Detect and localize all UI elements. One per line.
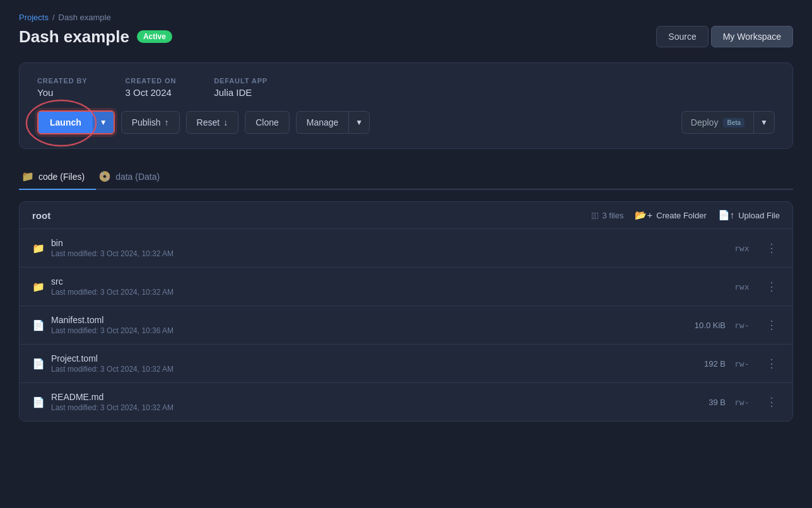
clone-button[interactable]: Clone — [245, 111, 290, 134]
reset-button[interactable]: Reset ↓ — [186, 111, 239, 134]
file-meta: rwx — [688, 282, 757, 292]
file-size: 10.0 KiB — [688, 321, 726, 330]
file-info: Project.toml Last modified: 3 Oct 2024, … — [51, 353, 681, 374]
file-perms: rwx — [734, 282, 757, 292]
workspace-button[interactable]: My Workspace — [711, 26, 793, 47]
breadcrumb: Projects / Dash example — [19, 13, 793, 22]
default-app-field: DEFAULT APP Julia IDE — [214, 77, 268, 98]
file-icon: 📄 — [32, 358, 45, 370]
file-info: README.md Last modified: 3 Oct 2024, 10:… — [51, 392, 681, 412]
file-icon: 📄 — [32, 396, 45, 408]
file-modified: Last modified: 3 Oct 2024, 10:32 AM — [51, 403, 681, 412]
file-info: Manifest.toml Last modified: 3 Oct 2024,… — [51, 315, 681, 335]
files-actions: 👁̸ 3 files 📂+ Create Folder 📄↑ Upload Fi… — [592, 210, 780, 221]
breadcrumb-projects-link[interactable]: Projects — [19, 13, 49, 22]
file-meta: 192 B rw- — [688, 359, 757, 369]
publish-button[interactable]: Publish ↑ — [121, 111, 180, 134]
created-by-field: CREATED BY You — [37, 77, 88, 98]
file-info: src Last modified: 3 Oct 2024, 10:32 AM — [51, 276, 681, 297]
page-header: Dash example Active Source My Workspace — [19, 26, 793, 47]
deploy-button-group: Deploy Beta ▼ — [681, 111, 775, 134]
reset-label: Reset — [197, 117, 220, 127]
file-perms: rw- — [734, 321, 757, 330]
tab-code-label: code (Files) — [38, 172, 85, 182]
files-section: root 👁̸ 3 files 📂+ Create Folder 📄↑ Uplo… — [19, 201, 793, 422]
project-info-card: CREATED BY You CREATED ON 3 Oct 2024 DEF… — [19, 62, 793, 149]
manage-dropdown-button[interactable]: ▼ — [348, 111, 370, 134]
manage-button[interactable]: Manage — [296, 111, 349, 134]
file-menu-button[interactable]: ⋮ — [763, 396, 780, 408]
file-name: src — [51, 276, 681, 286]
upload-file-button[interactable]: 📄↑ Upload File — [718, 210, 780, 221]
reset-icon: ↓ — [223, 117, 228, 127]
file-info: bin Last modified: 3 Oct 2024, 10:32 AM — [51, 238, 681, 258]
deploy-button[interactable]: Deploy Beta — [681, 111, 753, 134]
database-icon: 📀 — [98, 170, 111, 182]
file-modified: Last modified: 3 Oct 2024, 10:32 AM — [51, 365, 681, 374]
table-row: 📁 bin Last modified: 3 Oct 2024, 10:32 A… — [20, 229, 792, 268]
breadcrumb-separator: / — [52, 13, 55, 22]
file-perms: rw- — [734, 398, 757, 407]
file-name: bin — [51, 238, 681, 248]
file-modified: Last modified: 3 Oct 2024, 10:36 AM — [51, 326, 681, 335]
table-row: 📁 src Last modified: 3 Oct 2024, 10:32 A… — [20, 268, 792, 306]
page-title: Dash example — [19, 27, 129, 47]
files-header: root 👁̸ 3 files 📂+ Create Folder 📄↑ Uplo… — [20, 202, 792, 229]
tabs: 📁 code (Files) 📀 data (Data) — [19, 164, 793, 190]
file-perms: rw- — [734, 359, 757, 369]
tab-data[interactable]: 📀 data (Data) — [96, 164, 171, 190]
file-icon: 📄 — [32, 319, 45, 331]
create-folder-icon: 📂+ — [635, 210, 652, 221]
header-actions: Source My Workspace — [656, 26, 793, 47]
file-meta: 39 B rw- — [688, 398, 757, 407]
deploy-dropdown-button[interactable]: ▼ — [753, 111, 775, 134]
default-app-label: DEFAULT APP — [214, 77, 268, 85]
page-title-row: Dash example Active — [19, 27, 172, 47]
file-menu-button[interactable]: ⋮ — [763, 281, 780, 292]
file-menu-button[interactable]: ⋮ — [763, 242, 780, 254]
publish-icon: ↑ — [165, 117, 169, 127]
files-root-label: root — [32, 210, 50, 221]
file-meta: 10.0 KiB rw- — [688, 321, 757, 330]
upload-file-label: Upload File — [738, 211, 780, 220]
table-row: 📄 Manifest.toml Last modified: 3 Oct 202… — [20, 306, 792, 345]
action-buttons: Launch ▼ Publish ↑ Reset ↓ Clone Manage … — [37, 110, 775, 134]
file-size: 192 B — [688, 359, 726, 369]
publish-label: Publish — [132, 117, 161, 127]
created-on-label: CREATED ON — [126, 77, 177, 85]
launch-button-wrapper: Launch ▼ — [37, 110, 115, 134]
folder-icon: 📁 — [21, 170, 34, 182]
source-button[interactable]: Source — [656, 26, 708, 47]
files-count: 👁̸ 3 files — [592, 210, 624, 221]
default-app-value: Julia IDE — [214, 87, 252, 98]
manage-button-group: Manage ▼ — [296, 111, 370, 134]
folder-icon: 📁 — [32, 242, 45, 254]
create-folder-label: Create Folder — [656, 211, 706, 220]
eye-slash-icon: 👁̸ — [592, 210, 599, 221]
file-name: README.md — [51, 392, 681, 402]
created-on-value: 3 Oct 2024 — [126, 87, 172, 98]
file-name: Manifest.toml — [51, 315, 681, 325]
file-name: Project.toml — [51, 353, 681, 363]
launch-dropdown-button[interactable]: ▼ — [93, 112, 114, 133]
file-menu-button[interactable]: ⋮ — [763, 358, 780, 369]
file-modified: Last modified: 3 Oct 2024, 10:32 AM — [51, 288, 681, 297]
table-row: 📄 README.md Last modified: 3 Oct 2024, 1… — [20, 383, 792, 421]
tab-data-label: data (Data) — [115, 172, 160, 182]
file-modified: Last modified: 3 Oct 2024, 10:32 AM — [51, 249, 681, 258]
files-count-label: 3 files — [603, 211, 624, 220]
launch-button[interactable]: Launch — [38, 112, 93, 133]
launch-button-group: Launch ▼ — [37, 110, 115, 134]
tab-code[interactable]: 📁 code (Files) — [19, 164, 96, 190]
file-menu-button[interactable]: ⋮ — [763, 319, 780, 331]
folder-icon: 📁 — [32, 281, 45, 293]
deploy-beta-badge: Beta — [723, 118, 744, 127]
create-folder-button[interactable]: 📂+ Create Folder — [635, 210, 706, 221]
file-size: 39 B — [688, 398, 726, 407]
project-info-fields: CREATED BY You CREATED ON 3 Oct 2024 DEF… — [37, 77, 775, 98]
file-perms: rwx — [734, 244, 757, 253]
created-on-field: CREATED ON 3 Oct 2024 — [126, 77, 177, 98]
file-meta: rwx — [688, 244, 757, 253]
breadcrumb-current: Dash example — [59, 13, 111, 22]
table-row: 📄 Project.toml Last modified: 3 Oct 2024… — [20, 345, 792, 383]
